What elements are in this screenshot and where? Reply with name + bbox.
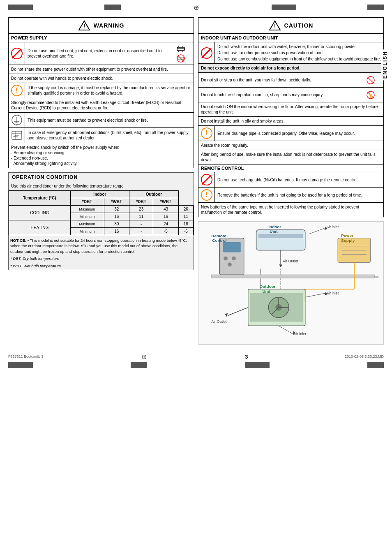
cooling-max-outdoor-wbt: 26 (178, 206, 193, 213)
page-container: ! WARNING POWER SUPPLY Do not us (0, 13, 392, 349)
heating-min-sub: Minimum (70, 228, 104, 235)
remote-text-1: Do not use rechargeable (Ni-Cd) batterie… (215, 172, 383, 187)
diagram-area: Indoor Unit Air inlet Air Outlet Remote … (198, 221, 384, 345)
bottom-mark-4 (367, 362, 384, 368)
outdoor-unit-label: Outdoor (260, 284, 276, 289)
operation-description: Use this air conditioner under the follo… (9, 182, 194, 190)
emergency-symbol: ABC (11, 130, 23, 141)
cooling-max-outdoor-dbt: 43 (153, 206, 179, 213)
warn-row-6: This equipment must be earthed to preven… (9, 113, 194, 128)
caution-exclaim-symbol: ! (201, 127, 212, 139)
svg-text:ABC: ABC (13, 135, 19, 138)
right-column: ! CAUTION INDOOR UNIT AND OUTDOOR UNIT D… (198, 17, 384, 345)
caution-text-1c: Do not use any combustible equipment in … (217, 56, 381, 62)
svg-line-30 (309, 228, 326, 234)
svg-text:Supply: Supply (341, 238, 355, 243)
heating-min-indoor-dbt: 16 (104, 228, 129, 235)
cooling-max-indoor-wbt: 23 (129, 206, 153, 213)
warn-row-8: Prevent electric shock by switch off the… (9, 143, 194, 168)
bottom-mark-2 (131, 362, 147, 368)
cord-icon (176, 44, 185, 53)
svg-text:Unit: Unit (270, 229, 278, 234)
remote-exclaim-1: ! (198, 188, 215, 202)
power-supply-label: Power (341, 233, 353, 238)
temperature-table: Temperature (°C) Indoor Outdoor *DBT *WB… (9, 190, 194, 235)
notice-content: • This model is not suitable for 24 hour… (10, 238, 187, 254)
top-mark-3 (272, 5, 296, 10)
warn-row-5: Strongly recommended to be installed wit… (9, 98, 194, 113)
warn-row-3: Do not operate with wet hands to prevent… (9, 74, 194, 83)
ground-symbol (11, 114, 23, 126)
top-mark-4 (367, 5, 384, 10)
caution-row-wax: Do not switch ON the indoor when waxing … (198, 102, 383, 117)
caution-row-aerate: Aerate the room regularly. (198, 141, 383, 150)
system-diagram: Indoor Unit Air inlet Air Outlet Remote … (198, 222, 383, 344)
caution-fin-icon: ✋ (360, 90, 381, 100)
svg-text:!: ! (274, 23, 276, 30)
warn-text-content-1: Do not use modified cord, joint cord, ex… (28, 48, 171, 59)
svg-rect-28 (256, 230, 305, 250)
page-footer: F567311 Book.indb 3 3 2010-02-05 3:33:23… (0, 349, 392, 362)
ground-icon (9, 113, 25, 127)
svg-text:wall: wall (374, 275, 380, 279)
remote-row-1: Do not use rechargeable (Ni-Cd) batterie… (198, 172, 383, 188)
cooling-label: COOLING (9, 206, 71, 220)
caution-no-symbol-1 (201, 47, 212, 59)
caution-header: ! CAUTION (198, 18, 383, 34)
cooling-min-outdoor-wbt: 11 (178, 213, 193, 220)
dbt-header-1: *DBT (70, 198, 104, 206)
heating-min-outdoor-dbt: -5 (153, 228, 179, 235)
caution-sit-content: Do not sit or step on the unit, you may … (201, 76, 381, 85)
svg-rect-33 (223, 242, 241, 252)
svg-rect-2 (177, 47, 184, 51)
svg-marker-63 (225, 313, 228, 317)
warn-text-1: Do not use modified cord, joint cord, ex… (25, 42, 194, 65)
no-touch-fin-icon: ✋ (366, 90, 375, 100)
bottom-mark-3 (245, 362, 270, 368)
exclaim-icon-1: ! (9, 83, 25, 98)
outdoor-col-header: Outdoor (129, 191, 179, 198)
remote-row-2: ! Remove the batteries if the unit is no… (198, 188, 383, 203)
svg-text:Control: Control (212, 238, 227, 243)
remote-text-2: Remove the batteries if the unit is not … (215, 188, 383, 202)
svg-marker-39 (279, 264, 282, 267)
cooling-min-indoor-dbt: 16 (104, 213, 129, 220)
svg-rect-29 (258, 234, 303, 238)
heating-min-outdoor-wbt: -6 (178, 228, 193, 235)
warn-row-2: Do not share the same power outlet with … (9, 65, 194, 74)
language-label: ENGLISH (381, 49, 389, 80)
caution-row-oily: Do not install the unit in oily and smok… (198, 117, 383, 126)
indoor-unit-label: Indoor (268, 225, 281, 229)
warn-text-7: In case of emergency or abnormal conditi… (25, 128, 194, 143)
svg-rect-48 (211, 275, 374, 278)
cooling-max-sub: Maximum (70, 206, 104, 213)
prohibit-icon-1 (9, 42, 25, 65)
wbt-header-2: *WBT (153, 198, 179, 206)
caution-text-1a: Do not wash the indoor unit with water, … (217, 44, 357, 49)
remote-control-title: REMOTE CONTROL (198, 164, 383, 172)
remote-row-3: New batteries of the same type must be i… (198, 203, 383, 217)
heating-max-indoor-dbt: 30 (104, 220, 129, 228)
caution-section1-title: INDOOR UNIT AND OUTDOOR UNIT (198, 34, 383, 42)
caution-remote-content: Do not use rechargeable (Ni-Cd) batterie… (198, 172, 383, 217)
no-stand-icon: ↑ (366, 76, 375, 85)
heating-max-outdoor-wbt: 18 (178, 220, 193, 228)
caution-text-sit: Do not sit or step on the unit, you may … (198, 73, 383, 87)
caution-row-highlight: Do not expose directly to cold air for a… (198, 64, 383, 73)
svg-text:Unit: Unit (262, 289, 270, 294)
bottom-marks (0, 362, 392, 371)
side-icons-1 (171, 44, 191, 63)
air-inlet-outdoor2-label: Air inlet (294, 332, 306, 336)
warning-box: ! WARNING POWER SUPPLY Do not us (8, 17, 194, 168)
page-number: 3 (245, 354, 248, 360)
warning-content: Do not use modified cord, joint cord, ex… (9, 42, 194, 168)
no-cord-icon (176, 54, 185, 63)
legend-dbt: * DBT: Dry bulb temperature (9, 255, 194, 262)
caution-row-1: Do not wash the indoor unit with water, … (198, 42, 383, 64)
caution-triangle-icon: ! (269, 20, 281, 31)
main-two-col: ! WARNING POWER SUPPLY Do not us (8, 17, 384, 345)
warning-triangle-icon: ! (78, 20, 90, 31)
warn-row-1: Do not use modified cord, joint cord, ex… (9, 42, 194, 65)
svg-point-35 (232, 256, 236, 260)
caution-row-fin: Do not touch the sharp aluminium fin, sh… (198, 88, 383, 102)
